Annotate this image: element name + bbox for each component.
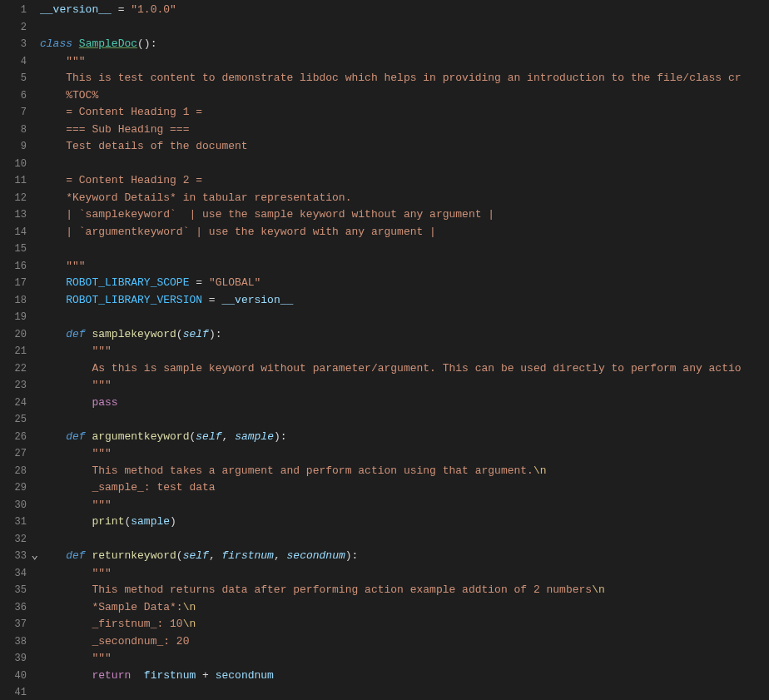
line-number: 37 — [0, 616, 40, 633]
line-number: 23 — [0, 377, 40, 395]
line-number: 12 — [0, 190, 40, 207]
code-line[interactable]: __version__ = "1.0.0" — [40, 2, 769, 19]
code-line[interactable]: As this is sample keyword without parame… — [40, 360, 769, 378]
code-line[interactable] — [40, 411, 769, 429]
line-number: 15 — [0, 241, 40, 258]
line-number: 5 — [0, 70, 40, 87]
line-number: 3 — [0, 36, 40, 53]
line-number-gutter: 1234567891011121314151617181920212223242… — [0, 0, 40, 700]
line-number: 38 — [0, 633, 40, 651]
line-number: 26 — [0, 429, 40, 446]
code-line[interactable]: return firstnum + secondnum — [40, 668, 769, 685]
code-line[interactable]: pass — [40, 395, 769, 412]
line-number: 13 — [0, 206, 40, 224]
line-number: 40 — [0, 668, 40, 685]
code-line[interactable]: """ — [40, 445, 769, 463]
code-line[interactable]: ROBOT_LIBRARY_SCOPE = "GLOBAL" — [40, 275, 769, 292]
code-editor[interactable]: 1234567891011121314151617181920212223242… — [0, 0, 769, 700]
code-line[interactable]: This method takes a argument and perform… — [40, 463, 769, 480]
code-line[interactable]: | `samplekeyword` | use the sample keywo… — [40, 206, 769, 224]
line-number: 6 — [0, 87, 40, 105]
code-line[interactable]: _firstnum_: 10\n — [40, 616, 769, 633]
line-number: 16 — [0, 258, 40, 276]
line-number: 4 — [0, 53, 40, 71]
line-number: 34 — [0, 565, 40, 583]
line-number: 18 — [0, 292, 40, 310]
code-line[interactable]: | `argumentkeyword` | use the keyword wi… — [40, 224, 769, 241]
line-number: 1 — [0, 2, 40, 19]
line-number: 19 — [0, 309, 40, 326]
line-number: 11 — [0, 172, 40, 190]
code-line[interactable] — [40, 309, 769, 326]
code-line[interactable]: class SampleDoc(): — [40, 36, 769, 53]
code-line[interactable]: def samplekeyword(self): — [40, 326, 769, 344]
code-line[interactable]: """ — [40, 497, 769, 514]
code-line[interactable]: *Keyword Details* in tabular representat… — [40, 190, 769, 207]
line-number: 41 — [0, 684, 40, 700]
code-line[interactable]: === Sub Heading === — [40, 122, 769, 139]
line-number: 31 — [0, 514, 40, 531]
line-number: 22 — [0, 360, 40, 378]
code-line[interactable] — [40, 531, 769, 549]
code-line[interactable]: = Content Heading 1 = — [40, 104, 769, 122]
line-number: 20 — [0, 326, 40, 344]
code-line[interactable]: """ — [40, 53, 769, 71]
line-number: 14 — [0, 224, 40, 241]
code-line[interactable]: This method returns data after performin… — [40, 582, 769, 599]
code-line[interactable]: ROBOT_LIBRARY_VERSION = __version__ — [40, 292, 769, 310]
code-line[interactable] — [40, 156, 769, 173]
line-number: 30 — [0, 497, 40, 514]
line-number: 36 — [0, 599, 40, 617]
line-number: 29 — [0, 479, 40, 497]
line-number: 28 — [0, 463, 40, 480]
code-line[interactable]: def argumentkeyword(self, sample): — [40, 429, 769, 446]
code-line[interactable]: """ — [40, 565, 769, 583]
code-line[interactable] — [40, 19, 769, 37]
code-line[interactable] — [40, 684, 769, 700]
code-line[interactable]: = Content Heading 2 = — [40, 172, 769, 190]
line-number: 9 — [0, 138, 40, 156]
code-line[interactable]: This is test content to demonstrate libd… — [40, 70, 769, 87]
code-line[interactable]: """ — [40, 377, 769, 395]
code-line[interactable]: print(sample) — [40, 514, 769, 531]
code-line[interactable]: *Sample Data*:\n — [40, 599, 769, 617]
line-number: 24 — [0, 395, 40, 412]
code-line[interactable] — [40, 241, 769, 258]
line-number: 39 — [0, 650, 40, 668]
code-line[interactable]: """ — [40, 343, 769, 360]
line-number: 10 — [0, 156, 40, 173]
code-line[interactable]: _secondnum_: 20 — [40, 633, 769, 651]
line-number: 8 — [0, 122, 40, 139]
line-number: 2 — [0, 19, 40, 37]
code-line[interactable]: %TOC% — [40, 87, 769, 105]
line-number: 25 — [0, 411, 40, 429]
line-number: 32 — [0, 531, 40, 549]
line-number: 27 — [0, 445, 40, 463]
code-line[interactable]: def returnkeyword(self, firstnum, second… — [40, 548, 769, 565]
line-number: 21 — [0, 343, 40, 360]
line-number: 33 — [0, 548, 40, 565]
code-line[interactable]: """ — [40, 650, 769, 668]
code-area[interactable]: __version__ = "1.0.0"class SampleDoc(): … — [40, 0, 769, 700]
line-number: 35 — [0, 582, 40, 599]
code-line[interactable]: Test details of the document — [40, 138, 769, 156]
code-line[interactable]: _sample_: test data — [40, 479, 769, 497]
code-line[interactable]: """ — [40, 258, 769, 276]
line-number: 7 — [0, 104, 40, 122]
line-number: 17 — [0, 275, 40, 292]
